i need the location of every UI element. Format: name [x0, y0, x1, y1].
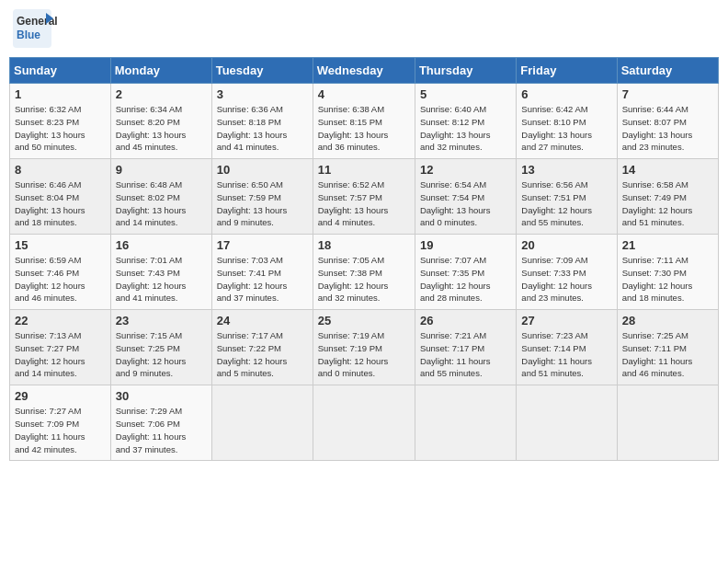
- day-info: Sunrise: 6:44 AM Sunset: 8:07 PM Dayligh…: [622, 103, 713, 154]
- weekday-header-friday: Friday: [517, 58, 617, 84]
- day-info: Sunrise: 6:36 AM Sunset: 8:18 PM Dayligh…: [217, 103, 308, 154]
- day-number: 25: [318, 314, 410, 327]
- calendar-week-row: 1Sunrise: 6:32 AM Sunset: 8:23 PM Daylig…: [10, 84, 719, 159]
- calendar-day-cell: [617, 385, 718, 461]
- day-info: Sunrise: 6:40 AM Sunset: 8:12 PM Dayligh…: [420, 103, 511, 154]
- weekday-header-saturday: Saturday: [617, 58, 718, 84]
- calendar-day-cell: 14Sunrise: 6:58 AM Sunset: 7:49 PM Dayli…: [617, 159, 718, 235]
- calendar-day-cell: [211, 385, 313, 461]
- day-info: Sunrise: 6:32 AM Sunset: 8:23 PM Dayligh…: [15, 103, 106, 154]
- day-number: 10: [217, 163, 308, 177]
- calendar-day-cell: 6Sunrise: 6:42 AM Sunset: 8:10 PM Daylig…: [517, 84, 617, 159]
- calendar-day-cell: 26Sunrise: 7:21 AM Sunset: 7:17 PM Dayli…: [415, 310, 516, 385]
- calendar-day-cell: 21Sunrise: 7:11 AM Sunset: 7:30 PM Dayli…: [617, 235, 718, 310]
- calendar-day-cell: 24Sunrise: 7:17 AM Sunset: 7:22 PM Dayli…: [211, 310, 313, 385]
- calendar-day-cell: 17Sunrise: 7:03 AM Sunset: 7:41 PM Dayli…: [211, 235, 313, 310]
- day-info: Sunrise: 6:50 AM Sunset: 7:59 PM Dayligh…: [217, 178, 308, 229]
- day-info: Sunrise: 7:27 AM Sunset: 7:09 PM Dayligh…: [15, 405, 106, 455]
- calendar-day-cell: [517, 385, 617, 461]
- day-number: 26: [420, 314, 511, 327]
- day-number: 16: [116, 238, 207, 252]
- logo: General Blue: [13, 9, 96, 50]
- logo-svg: General Blue: [13, 9, 96, 50]
- weekday-header-sunday: Sunday: [10, 58, 111, 84]
- calendar-day-cell: 9Sunrise: 6:48 AM Sunset: 8:02 PM Daylig…: [110, 159, 211, 235]
- calendar-header-row: SundayMondayTuesdayWednesdayThursdayFrid…: [10, 58, 719, 84]
- day-info: Sunrise: 7:11 AM Sunset: 7:30 PM Dayligh…: [622, 254, 713, 304]
- day-number: 6: [521, 87, 611, 101]
- day-info: Sunrise: 7:13 AM Sunset: 7:27 PM Dayligh…: [15, 329, 106, 380]
- day-info: Sunrise: 6:56 AM Sunset: 7:51 PM Dayligh…: [521, 178, 611, 229]
- day-number: 13: [521, 163, 611, 177]
- calendar-day-cell: 12Sunrise: 6:54 AM Sunset: 7:54 PM Dayli…: [415, 159, 516, 235]
- svg-text:General: General: [17, 15, 58, 28]
- day-number: 15: [15, 238, 106, 252]
- day-info: Sunrise: 6:59 AM Sunset: 7:46 PM Dayligh…: [15, 254, 106, 304]
- svg-text:Blue: Blue: [17, 29, 40, 41]
- calendar-day-cell: [415, 385, 516, 461]
- day-info: Sunrise: 7:23 AM Sunset: 7:14 PM Dayligh…: [521, 329, 611, 380]
- calendar-week-row: 29Sunrise: 7:27 AM Sunset: 7:09 PM Dayli…: [10, 385, 719, 461]
- day-info: Sunrise: 6:38 AM Sunset: 8:15 PM Dayligh…: [318, 103, 410, 154]
- calendar-day-cell: 16Sunrise: 7:01 AM Sunset: 7:43 PM Dayli…: [110, 235, 211, 310]
- day-number: 17: [217, 238, 308, 252]
- weekday-header-tuesday: Tuesday: [211, 58, 313, 84]
- day-info: Sunrise: 7:01 AM Sunset: 7:43 PM Dayligh…: [116, 254, 207, 304]
- day-info: Sunrise: 7:05 AM Sunset: 7:38 PM Dayligh…: [318, 254, 410, 304]
- day-info: Sunrise: 6:54 AM Sunset: 7:54 PM Dayligh…: [420, 178, 511, 229]
- calendar-day-cell: 13Sunrise: 6:56 AM Sunset: 7:51 PM Dayli…: [517, 159, 617, 235]
- calendar-day-cell: 19Sunrise: 7:07 AM Sunset: 7:35 PM Dayli…: [415, 235, 516, 310]
- day-info: Sunrise: 6:48 AM Sunset: 8:02 PM Dayligh…: [116, 178, 207, 229]
- day-number: 1: [15, 87, 106, 101]
- day-info: Sunrise: 6:52 AM Sunset: 7:57 PM Dayligh…: [318, 178, 410, 229]
- day-number: 11: [318, 163, 410, 177]
- day-info: Sunrise: 7:03 AM Sunset: 7:41 PM Dayligh…: [217, 254, 308, 304]
- day-info: Sunrise: 7:17 AM Sunset: 7:22 PM Dayligh…: [217, 329, 308, 380]
- calendar-day-cell: 18Sunrise: 7:05 AM Sunset: 7:38 PM Dayli…: [313, 235, 415, 310]
- calendar-day-cell: 25Sunrise: 7:19 AM Sunset: 7:19 PM Dayli…: [313, 310, 415, 385]
- calendar-day-cell: 8Sunrise: 6:46 AM Sunset: 8:04 PM Daylig…: [10, 159, 111, 235]
- day-number: 12: [420, 163, 511, 177]
- calendar-week-row: 8Sunrise: 6:46 AM Sunset: 8:04 PM Daylig…: [10, 159, 719, 235]
- calendar-day-cell: 30Sunrise: 7:29 AM Sunset: 7:06 PM Dayli…: [110, 385, 211, 461]
- calendar-day-cell: 3Sunrise: 6:36 AM Sunset: 8:18 PM Daylig…: [211, 84, 313, 159]
- day-number: 7: [622, 87, 713, 101]
- weekday-header-thursday: Thursday: [415, 58, 516, 84]
- calendar-day-cell: 7Sunrise: 6:44 AM Sunset: 8:07 PM Daylig…: [617, 84, 718, 159]
- calendar-day-cell: 22Sunrise: 7:13 AM Sunset: 7:27 PM Dayli…: [10, 310, 111, 385]
- day-info: Sunrise: 7:19 AM Sunset: 7:19 PM Dayligh…: [318, 329, 410, 380]
- day-info: Sunrise: 7:25 AM Sunset: 7:11 PM Dayligh…: [622, 329, 713, 380]
- calendar-day-cell: 15Sunrise: 6:59 AM Sunset: 7:46 PM Dayli…: [10, 235, 111, 310]
- day-number: 4: [318, 87, 410, 101]
- calendar-day-cell: 11Sunrise: 6:52 AM Sunset: 7:57 PM Dayli…: [313, 159, 415, 235]
- day-info: Sunrise: 6:58 AM Sunset: 7:49 PM Dayligh…: [622, 178, 713, 229]
- day-info: Sunrise: 7:29 AM Sunset: 7:06 PM Dayligh…: [116, 405, 207, 455]
- calendar-day-cell: 10Sunrise: 6:50 AM Sunset: 7:59 PM Dayli…: [211, 159, 313, 235]
- day-number: 23: [116, 314, 207, 327]
- day-info: Sunrise: 6:42 AM Sunset: 8:10 PM Dayligh…: [521, 103, 611, 154]
- day-number: 27: [521, 314, 611, 327]
- calendar-week-row: 15Sunrise: 6:59 AM Sunset: 7:46 PM Dayli…: [10, 235, 719, 310]
- weekday-header-wednesday: Wednesday: [313, 58, 415, 84]
- calendar-day-cell: [313, 385, 415, 461]
- day-info: Sunrise: 7:09 AM Sunset: 7:33 PM Dayligh…: [521, 254, 611, 304]
- calendar-day-cell: 20Sunrise: 7:09 AM Sunset: 7:33 PM Dayli…: [517, 235, 617, 310]
- day-number: 29: [15, 389, 106, 403]
- calendar-day-cell: 28Sunrise: 7:25 AM Sunset: 7:11 PM Dayli…: [617, 310, 718, 385]
- calendar-week-row: 22Sunrise: 7:13 AM Sunset: 7:27 PM Dayli…: [10, 310, 719, 385]
- day-number: 8: [15, 163, 106, 177]
- day-number: 14: [622, 163, 713, 177]
- day-info: Sunrise: 7:07 AM Sunset: 7:35 PM Dayligh…: [420, 254, 511, 304]
- day-number: 30: [116, 389, 207, 403]
- calendar-day-cell: 27Sunrise: 7:23 AM Sunset: 7:14 PM Dayli…: [517, 310, 617, 385]
- day-number: 3: [217, 87, 308, 101]
- calendar-day-cell: 1Sunrise: 6:32 AM Sunset: 8:23 PM Daylig…: [10, 84, 111, 159]
- day-info: Sunrise: 7:15 AM Sunset: 7:25 PM Dayligh…: [116, 329, 207, 380]
- day-info: Sunrise: 6:34 AM Sunset: 8:20 PM Dayligh…: [116, 103, 207, 154]
- day-number: 18: [318, 238, 410, 252]
- day-number: 21: [622, 238, 713, 252]
- day-info: Sunrise: 7:21 AM Sunset: 7:17 PM Dayligh…: [420, 329, 511, 380]
- day-number: 5: [420, 87, 511, 101]
- calendar-day-cell: 5Sunrise: 6:40 AM Sunset: 8:12 PM Daylig…: [415, 84, 516, 159]
- calendar-day-cell: 4Sunrise: 6:38 AM Sunset: 8:15 PM Daylig…: [313, 84, 415, 159]
